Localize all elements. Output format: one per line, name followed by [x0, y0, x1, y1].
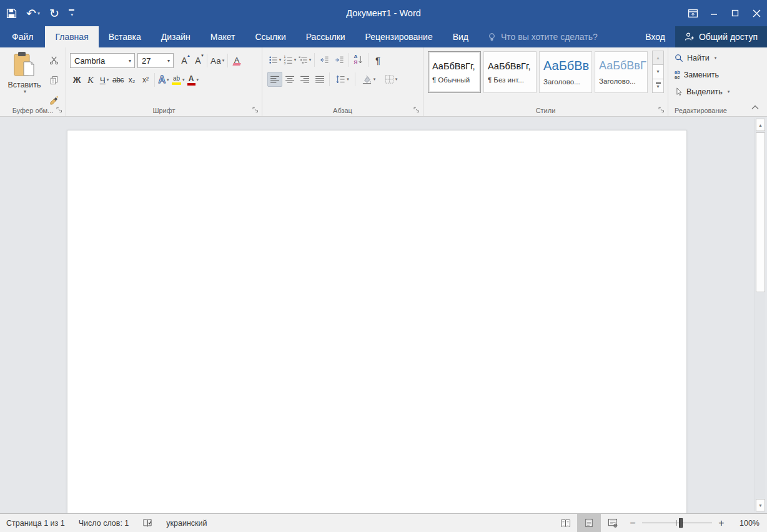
tab-references[interactable]: Ссылки — [245, 26, 295, 47]
sign-in-button[interactable]: Вход — [635, 26, 675, 47]
font-size-combobox[interactable]: 27 ▾ — [137, 53, 174, 68]
tab-layout[interactable]: Макет — [200, 26, 245, 47]
copy-button[interactable] — [46, 72, 61, 87]
clipboard-group: Вставить ▼ Буфер обм... — [0, 47, 66, 116]
borders-icon — [385, 75, 394, 84]
styles-gallery: АаБбВвГг, ¶ Обычный АаБбВвГг, ¶ Без инт.… — [428, 51, 648, 93]
line-spacing-button[interactable]: ▾ — [332, 72, 353, 87]
zoom-slider-handle[interactable] — [679, 518, 683, 528]
font-color-button[interactable]: А ▾ — [186, 72, 200, 87]
shrink-font-button[interactable]: А▼ — [191, 53, 205, 68]
underline-button[interactable]: Ч▾ — [97, 72, 111, 87]
tab-insert[interactable]: Вставка — [99, 26, 151, 47]
tab-mailings[interactable]: Рассылки — [296, 26, 355, 47]
maximize-button[interactable] — [725, 0, 746, 26]
paste-button[interactable]: Вставить ▼ — [5, 51, 44, 107]
multilevel-list-icon — [299, 56, 308, 64]
tab-view[interactable]: Вид — [443, 26, 478, 47]
tell-me-label: Что вы хотите сделать? — [501, 32, 598, 42]
print-layout-button[interactable] — [577, 514, 601, 532]
scrollbar-thumb[interactable] — [756, 132, 765, 292]
ribbon-display-options-button[interactable] — [682, 0, 703, 26]
italic-button[interactable]: К — [84, 72, 97, 87]
find-button[interactable]: Найти ▾ — [675, 51, 730, 64]
scroll-down-button[interactable]: ▼ — [756, 499, 765, 511]
styles-scroll-down-button[interactable]: ▼ — [652, 64, 664, 79]
svg-text:3: 3 — [284, 62, 285, 64]
shading-button[interactable]: ▾ — [357, 72, 380, 87]
zoom-in-button[interactable]: + — [713, 518, 730, 529]
font-name-combobox[interactable]: Cambria ▾ — [70, 53, 135, 68]
grow-font-button[interactable]: А▲ — [177, 53, 191, 68]
strikethrough-button[interactable]: abc — [111, 72, 125, 87]
window-controls — [682, 0, 767, 26]
document-page[interactable] — [67, 130, 687, 513]
numbering-button[interactable]: 123 ▾ — [282, 52, 297, 67]
bold-button[interactable]: Ж — [70, 72, 84, 87]
style-normal[interactable]: АаБбВвГг, ¶ Обычный — [428, 51, 481, 93]
justify-button[interactable] — [312, 72, 327, 87]
cut-button[interactable] — [46, 52, 61, 67]
bullets-button[interactable]: ▾ — [267, 52, 282, 67]
style-no-spacing[interactable]: АаБбВвГг, ¶ Без инт... — [483, 51, 537, 93]
collapse-ribbon-button[interactable] — [750, 102, 761, 112]
zoom-level[interactable]: 100% — [730, 519, 760, 528]
paste-dropdown-arrow[interactable]: ▼ — [23, 89, 27, 94]
format-painter-button[interactable] — [46, 92, 61, 107]
decrease-indent-icon — [319, 56, 329, 64]
tab-file[interactable]: Файл — [0, 26, 45, 47]
minimize-button[interactable] — [703, 0, 725, 26]
tab-design[interactable]: Дизайн — [151, 26, 200, 47]
document-area: ▲ ▼ — [0, 117, 767, 513]
read-mode-button[interactable] — [553, 514, 577, 532]
close-button[interactable] — [746, 0, 767, 26]
styles-more-button[interactable]: ▼ — [652, 79, 664, 93]
align-center-button[interactable] — [282, 72, 297, 87]
font-size-value: 27 — [142, 56, 151, 66]
superscript-button[interactable]: x² — [139, 72, 152, 87]
style-heading1[interactable]: АаБбВв Заголово... — [539, 51, 592, 93]
text-effects-button[interactable]: А▾ — [157, 72, 171, 87]
styles-scroll-up-button[interactable]: ▲ — [652, 51, 664, 65]
sort-button[interactable]: АЯ — [351, 52, 366, 67]
page-indicator[interactable]: Страница 1 из 1 — [6, 519, 65, 528]
font-dialog-launcher[interactable] — [252, 107, 259, 114]
subscript-button[interactable]: x₂ — [125, 72, 139, 87]
proofing-icon[interactable] — [142, 518, 152, 528]
align-left-icon — [270, 76, 280, 84]
multilevel-list-button[interactable]: ▾ — [297, 52, 312, 67]
paragraph-dialog-launcher[interactable] — [413, 107, 420, 114]
tab-review[interactable]: Рецензирование — [355, 26, 443, 47]
language-indicator[interactable]: украинский — [166, 519, 207, 528]
tab-home[interactable]: Главная — [45, 26, 98, 47]
align-right-button[interactable] — [297, 72, 312, 87]
clipboard-dialog-launcher[interactable] — [56, 107, 63, 114]
status-bar: Страница 1 из 1 Число слов: 1 украинский… — [0, 513, 767, 532]
paragraph-group-label: Абзац — [262, 107, 423, 114]
editing-group: Найти ▾ ab ac Заменить Выделить ▾ Редакт… — [668, 47, 767, 116]
change-case-button[interactable]: Аа▾ — [209, 53, 225, 68]
decrease-indent-button[interactable] — [317, 52, 332, 67]
web-layout-button[interactable] — [601, 514, 625, 532]
select-button[interactable]: Выделить ▾ — [675, 85, 730, 98]
tell-me-box[interactable]: Что вы хотите сделать? — [487, 26, 598, 47]
vertical-scrollbar[interactable]: ▲ ▼ — [755, 119, 765, 511]
justify-icon — [315, 76, 325, 84]
ribbon: Вставить ▼ Буфер обм... Cambria ▾ — [0, 47, 767, 117]
styles-dialog-launcher[interactable] — [658, 107, 665, 114]
read-mode-icon — [560, 519, 571, 528]
increase-indent-button[interactable] — [332, 52, 347, 67]
zoom-slider[interactable] — [642, 514, 712, 532]
scroll-up-button[interactable]: ▲ — [756, 119, 765, 131]
clear-formatting-button[interactable]: А — [230, 53, 244, 68]
align-left-button[interactable] — [267, 72, 282, 87]
replace-button[interactable]: ab ac Заменить — [675, 68, 730, 81]
share-button[interactable]: Общий доступ — [675, 26, 767, 47]
print-layout-icon — [585, 518, 593, 528]
word-count[interactable]: Число слов: 1 — [79, 519, 129, 528]
zoom-out-button[interactable]: − — [625, 518, 641, 529]
highlight-color-button[interactable]: ab ▾ — [171, 72, 186, 87]
show-formatting-marks-button[interactable]: ¶ — [370, 52, 385, 67]
borders-button[interactable]: ▾ — [380, 72, 402, 87]
style-heading2[interactable]: АаБбВвГ Заголово... — [595, 51, 648, 93]
